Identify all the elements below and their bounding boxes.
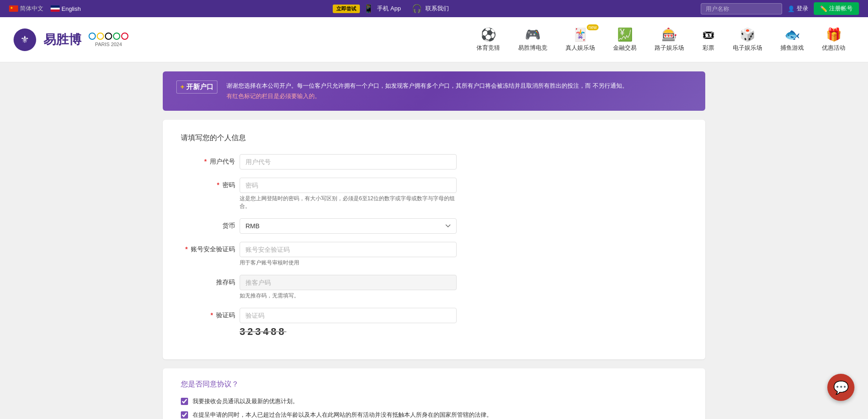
register-button[interactable]: ✏️ 注册帐号: [814, 2, 859, 15]
security-code-row: * 账号安全验证码 用于客户账号审核时使用: [181, 242, 687, 267]
ring-yellow: [97, 33, 104, 40]
ring-red: [121, 33, 128, 40]
nav-live-label: 真人娱乐场: [566, 44, 595, 52]
nav-esports-label: 易胜博电竞: [518, 44, 547, 52]
finance-icon: 💹: [617, 27, 633, 42]
username-input[interactable]: [240, 154, 457, 169]
ring-black: [105, 33, 112, 40]
nav-fishing-label: 捕鱼游戏: [780, 44, 804, 52]
top-bar-center: 立即尝试 📱 手机 App 🎧 联系我们: [333, 4, 449, 14]
phone-icon: 📱: [363, 4, 373, 14]
nav-sports[interactable]: ⚽ 体育竞猜: [467, 24, 509, 56]
register-label: 注册帐号: [829, 5, 853, 13]
nav-lottery[interactable]: 🎟 彩票: [693, 24, 724, 56]
nav-finance[interactable]: 💹 金融交易: [604, 24, 646, 56]
contact-us-link[interactable]: 联系我们: [425, 5, 449, 13]
captcha-input[interactable]: [240, 308, 457, 323]
captcha-label: * 验证码: [181, 308, 235, 320]
password-label: * 密码: [181, 178, 235, 189]
nav-fishing[interactable]: 🐟 捕鱼游戏: [771, 24, 813, 56]
open-account-banner: + 开新户口 谢谢您选择在本公司开户。每一位客户只允许拥有一个户口，如发现客户拥…: [163, 71, 705, 111]
security-required: *: [185, 245, 188, 253]
live-icon: 🃏: [572, 27, 588, 42]
nav-slots-label: 路子娱乐场: [655, 44, 684, 52]
captcha-required: *: [211, 311, 213, 319]
ring-blue: [89, 33, 96, 40]
username-required: *: [204, 158, 207, 165]
headset-icon: 🎧: [412, 4, 422, 14]
open-account-title: + 开新户口: [176, 80, 217, 94]
password-hint: 这是您上网登陆时的密码，有大小写区别，必须是6至12位的数字或字母或数字与字母的…: [240, 195, 457, 210]
nav-promo-label: 优惠活动: [822, 44, 845, 52]
pencil-icon: ✏️: [820, 5, 827, 12]
password-control: 这是您上网登陆时的密码，有大小写区别，必须是6至12位的数字或字母或数字与字母的…: [240, 178, 457, 210]
banner-text: 谢谢您选择在本公司开户。每一位客户只允许拥有一个户口，如发现客户拥有多个户口，其…: [226, 80, 628, 102]
agreement-checkbox-2[interactable]: [181, 411, 188, 419]
promo-icon: 🎁: [826, 27, 842, 42]
referral-hint: 如无推存码，无需填写。: [240, 292, 457, 300]
lang-cn-label: 简体中文: [20, 5, 43, 13]
nav-electronic-label: 电子娱乐场: [733, 44, 762, 52]
currency-label: 货币: [181, 218, 235, 230]
nav-items: ⚽ 体育竞猜 🎮 易胜博电竞 new 🃏 真人娱乐场 💹 金融交易 🎰 路子娱乐…: [467, 24, 854, 56]
username-label: * 用户代号: [181, 154, 235, 166]
top-bar-right: 👤 登录 ✏️ 注册帐号: [701, 2, 859, 15]
agreement-checkbox-1[interactable]: [181, 398, 188, 405]
lang-cn-button[interactable]: 简体中文: [9, 5, 43, 13]
referral-row: 推存码 如无推存码，无需填写。: [181, 275, 687, 300]
language-switcher: 简体中文 English: [9, 5, 81, 13]
currency-control: RMB USD EUR HKD THB: [240, 218, 457, 234]
captcha-image[interactable]: 323488: [240, 326, 457, 338]
try-now-button[interactable]: 立即尝试: [333, 5, 360, 13]
password-row: * 密码 这是您上网登陆时的密码，有大小写区别，必须是6至12位的数字或字母或数…: [181, 178, 687, 210]
nav-slots[interactable]: 🎰 路子娱乐场: [646, 24, 693, 56]
security-code-input[interactable]: [240, 242, 457, 257]
electronic-icon: 🎲: [740, 27, 755, 42]
nav-bar: ⚜ 易胜博 PARIS 2024 ⚽ 体育竞猜 🎮 易胜博电竞 new 🃏 真人…: [0, 17, 868, 62]
fishing-icon: 🐟: [784, 27, 800, 42]
agreement-item-1: 我要接收会员通讯以及最新的优惠计划。: [181, 397, 687, 405]
chat-button[interactable]: 💬: [827, 374, 854, 401]
plus-icon: +: [180, 83, 184, 90]
paris-label: PARIS 2024: [95, 42, 122, 47]
lang-en-button[interactable]: English: [51, 5, 81, 12]
password-required: *: [217, 181, 219, 188]
nav-lottery-label: 彩票: [703, 44, 714, 52]
agreement-section: 您是否同意协议？ 我要接收会员通讯以及最新的优惠计划。 在提呈申请的同时，本人已…: [163, 368, 705, 419]
section-title-personal: 请填写您的个人信息: [181, 133, 687, 143]
esports-icon: 🎮: [525, 27, 541, 42]
cn-flag-icon: [9, 5, 18, 12]
username-row: * 用户代号: [181, 154, 687, 169]
ring-green: [113, 33, 120, 40]
captcha-control: 323488: [240, 308, 457, 338]
logo-area: ⚜ 易胜博 PARIS 2024: [14, 28, 128, 51]
lang-en-label: English: [61, 5, 81, 12]
mobile-app-link[interactable]: 手机 App: [377, 5, 401, 13]
banner-title: 开新户口: [186, 83, 213, 90]
agreement-text-2: 在提呈申请的同时，本人已超过合法年龄以及本人在此网站的所有活动并没有抵触本人所身…: [193, 411, 492, 419]
nav-esports[interactable]: 🎮 易胜博电竞: [509, 24, 557, 56]
agreement-title: 您是否同意协议？: [181, 380, 687, 389]
login-label: 登录: [797, 5, 808, 13]
lottery-icon: 🎟: [702, 27, 715, 42]
login-button[interactable]: 👤 登录: [788, 5, 808, 13]
password-input[interactable]: [240, 178, 457, 193]
referral-label: 推存码: [181, 275, 235, 287]
nav-promo[interactable]: 🎁 优惠活动: [813, 24, 854, 56]
slots-icon: 🎰: [661, 27, 677, 42]
nav-finance-label: 金融交易: [613, 44, 637, 52]
currency-select[interactable]: RMB USD EUR HKD THB: [240, 218, 457, 234]
currency-row: 货币 RMB USD EUR HKD THB: [181, 218, 687, 234]
agreement-item-2: 在提呈申请的同时，本人已超过合法年龄以及本人在此网站的所有活动并没有抵触本人所身…: [181, 411, 687, 419]
username-search-input[interactable]: [701, 3, 782, 14]
nav-electronic[interactable]: 🎲 电子娱乐场: [724, 24, 771, 56]
new-badge: new: [587, 24, 599, 30]
olympics-rings: [89, 33, 128, 40]
logo-text: 易胜博: [43, 31, 81, 48]
chat-icon: 💬: [833, 380, 849, 395]
username-control: [240, 154, 457, 169]
security-code-control: 用于客户账号审核时使用: [240, 242, 457, 267]
referral-input[interactable]: [240, 275, 457, 290]
banner-line1: 谢谢您选择在本公司开户。每一位客户只允许拥有一个户口，如发现客户拥有多个户口，其…: [226, 80, 628, 91]
nav-live[interactable]: new 🃏 真人娱乐场: [557, 24, 604, 56]
